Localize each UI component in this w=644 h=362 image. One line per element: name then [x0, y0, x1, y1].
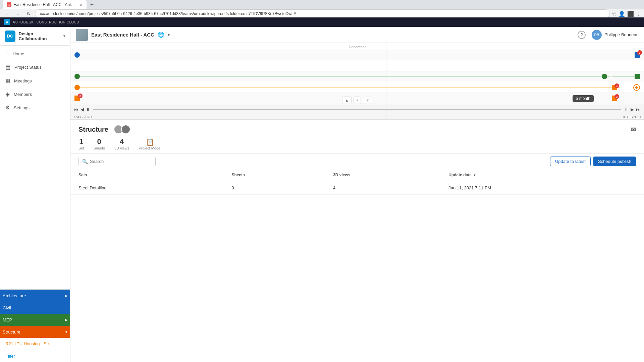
sidebar-label-members: Members — [14, 92, 32, 97]
timeline-pause-left[interactable]: ⏸ — [85, 107, 91, 112]
home-icon: ⌂ — [5, 51, 9, 57]
bookmark-icon[interactable]: ☆ — [612, 11, 616, 17]
chart-row-mep — [70, 71, 644, 82]
stat-sets: 1 Set — [78, 137, 84, 150]
email-icon[interactable]: ✉ — [631, 126, 636, 133]
structure-stats: 1 Set 0 Sheets 4 3D views 📋 — [78, 137, 636, 154]
structure-toolbar: 🔍 Update to latest Schedule publish — [70, 154, 644, 169]
substruct-start-badge: 2 — [78, 94, 83, 98]
schedule-publish-button[interactable]: Schedule publish — [593, 157, 636, 166]
gantt-row-substruct[interactable]: R21 LTU Housing - Str... — [0, 338, 70, 350]
substruct-label: R21 LTU Housing - Str... — [5, 341, 53, 346]
gantt-row-struct[interactable]: Structure ▾ — [0, 326, 70, 338]
calendar-icon: ▦ — [5, 78, 10, 84]
substruct-badge: 2 — [614, 94, 619, 99]
collapse-controls: ▲ × ▼ — [342, 97, 372, 104]
struct-plus-icon[interactable]: + — [633, 84, 640, 91]
stat-sets-label: Set — [78, 146, 84, 150]
cell-sets: Steel Detailing — [70, 181, 224, 195]
col-3dviews: 3D views — [325, 169, 440, 181]
project-header: East Residence Hall - ACC 🌐 ▾ ? PB Phili… — [70, 27, 644, 43]
collapse-close-button[interactable]: × — [354, 97, 361, 104]
project-globe-icon[interactable]: 🌐 — [158, 32, 164, 38]
menu-icon[interactable]: ⋮ — [636, 11, 641, 17]
nav-refresh-button[interactable]: ↻ — [24, 9, 33, 18]
gantt-row-mep[interactable]: MEP ▶ — [0, 314, 70, 326]
avatar-2 — [121, 125, 130, 134]
timeline-track[interactable] — [93, 109, 621, 110]
gantt-row-civil[interactable]: Civil — [0, 302, 70, 314]
help-button[interactable]: ? — [578, 31, 586, 39]
structure-avatars — [114, 125, 128, 134]
filter-label[interactable]: Filter — [5, 354, 15, 359]
timeline-dates: 12/08/2020 01/11/2021 — [70, 115, 644, 119]
product-label: CONSTRUCTION CLOUD — [37, 20, 79, 24]
timeline-next[interactable]: ▶ — [630, 107, 635, 112]
stat-sheets: 0 Sheets — [94, 137, 105, 150]
update-to-latest-button[interactable]: Update to latest — [550, 157, 591, 166]
project-name: East Residence Hall - ACC — [91, 32, 154, 38]
struct-badge: 2 — [614, 83, 619, 88]
user-avatar: PB — [592, 30, 602, 40]
new-tab-button[interactable]: + — [87, 0, 97, 9]
tab-close-icon[interactable]: × — [80, 2, 83, 7]
arch-start-milestone — [74, 52, 80, 58]
stat-project-model: 📋 Project Model — [139, 138, 161, 150]
sidebar-item-meetings[interactable]: ▦ Meetings — [0, 74, 70, 87]
search-wrapper: 🔍 — [78, 157, 156, 166]
user-name: Philippe Bonneau — [604, 32, 639, 37]
sidebar-item-project-status[interactable]: ▤ Project Status — [0, 60, 70, 74]
cell-sheets: 0 — [224, 181, 325, 195]
sidebar-nav: ⌂ Home ▤ Project Status ▦ Meetings ◉ Mem… — [0, 46, 70, 289]
settings-icon: ⚙ — [5, 105, 10, 111]
sets-table: Sets Sheets 3D views Update date — [70, 169, 644, 195]
project-model-icon: 📋 — [146, 138, 154, 146]
timeline-next-next[interactable]: ⏭ — [635, 107, 641, 112]
sidebar-chevron-icon[interactable]: ▾ — [63, 34, 65, 38]
col-sheets: Sheets — [224, 169, 325, 181]
gantt-row-arch[interactable]: Architecture ▶ — [0, 290, 70, 302]
table-row[interactable]: Steel Detailing 0 4 Jan 11, 2021 7:11 PM — [70, 181, 644, 195]
cell-update-date: Jan 11, 2021 7:11 PM — [440, 181, 644, 195]
address-bar[interactable]: acc.autodesk.com/dc/home/projects/597a5b… — [35, 9, 610, 18]
user-section: PB Philippe Bonneau — [592, 30, 639, 40]
sidebar-title: Design Collaboration — [19, 31, 59, 41]
mep-label: MEP — [3, 317, 12, 322]
project-dropdown-icon[interactable]: ▾ — [168, 33, 170, 37]
collapse-up-button[interactable]: ▲ — [342, 97, 352, 104]
filter-section: Filter — [0, 350, 70, 362]
timeline-prev-prev[interactable]: ⏮ — [73, 107, 79, 112]
stat-sheets-label: Sheets — [94, 146, 105, 150]
timeline-controls: ⏮ ◀ ⏸ ⏸ ▶ ⏭ — [70, 104, 644, 115]
arch-label: Architecture — [3, 293, 26, 298]
toolbar-right: Update to latest Schedule publish — [550, 157, 636, 166]
mep-mid-milestone — [602, 74, 607, 79]
sidebar-item-home[interactable]: ⌂ Home — [0, 47, 70, 60]
sidebar-item-members[interactable]: ◉ Members — [0, 87, 70, 101]
col-update-date[interactable]: Update date ▾ — [440, 169, 644, 181]
autodesk-bar: A AUTODESK CONSTRUCTION CLOUD — [0, 17, 644, 27]
sidebar-label-home: Home — [13, 51, 24, 56]
sidebar-item-settings[interactable]: ⚙ Settings — [0, 101, 70, 114]
gantt-timeline: December 2 — [70, 43, 644, 120]
month-label: December — [349, 45, 366, 49]
search-input[interactable] — [90, 159, 152, 164]
nav-back-button[interactable]: ← — [3, 9, 11, 18]
extensions-icon[interactable]: ⬛ — [627, 11, 634, 17]
date-start: 12/08/2020 — [73, 115, 92, 119]
members-icon: ◉ — [5, 91, 10, 97]
profile-icon[interactable]: 👤 — [619, 11, 625, 17]
stat-3dviews-label: 3D views — [114, 146, 129, 150]
collapse-down-button[interactable]: ▼ — [363, 97, 372, 104]
browser-tab[interactable]: A East Residence Hall - ACC - Auto... × — [3, 0, 87, 9]
timeline-prev[interactable]: ◀ — [79, 107, 85, 112]
timeline-pause-right[interactable]: ⏸ — [623, 107, 630, 112]
nav-forward-button[interactable]: → — [13, 9, 22, 18]
main-content: East Residence Hall - ACC 🌐 ▾ ? PB Phili… — [70, 27, 644, 362]
timeline-tooltip: a month — [573, 95, 594, 102]
chart-row-civil — [70, 60, 644, 71]
cell-3dviews: 4 — [325, 181, 440, 195]
col-sets: Sets — [70, 169, 224, 181]
sidebar: DC Design Collaboration ▾ ⌂ Home ▤ Proje… — [0, 27, 70, 362]
sort-icon: ▾ — [474, 173, 475, 177]
